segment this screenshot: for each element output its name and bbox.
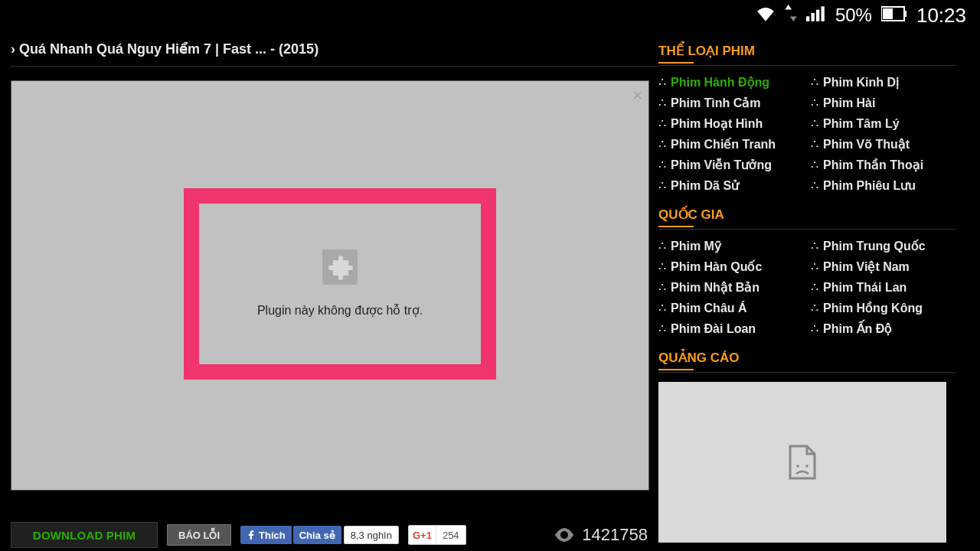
video-player[interactable]: × Plugin này không được hỗ trợ. xyxy=(11,80,649,491)
sidebar-item-country[interactable]: ∴Phim Việt Nam xyxy=(811,259,956,274)
svg-rect-5 xyxy=(904,11,906,17)
heading-underline xyxy=(658,226,694,227)
svg-point-8 xyxy=(796,465,799,468)
wifi-icon xyxy=(756,5,776,26)
eye-icon xyxy=(554,528,574,542)
battery-icon xyxy=(881,5,907,26)
close-icon[interactable]: × xyxy=(632,86,642,106)
data-up-down-icon xyxy=(785,5,797,26)
svg-rect-2 xyxy=(816,10,819,21)
breadcrumb[interactable]: › Quá Nhanh Quá Nguy Hiểm 7 | Fast ... -… xyxy=(11,41,658,58)
ad-placeholder xyxy=(658,382,946,543)
sidebar-item-genre[interactable]: ∴Phim Tình Cảm xyxy=(658,96,803,110)
broken-image-icon xyxy=(787,445,818,480)
svg-rect-6 xyxy=(883,8,893,19)
sidebar-item-country[interactable]: ∴Phim Hàn Quốc xyxy=(658,259,803,274)
sidebar-item-country[interactable]: ∴Phim Thái Lan xyxy=(811,280,956,295)
puzzle-icon xyxy=(322,249,358,285)
sidebar-item-genre[interactable]: ∴Phim Võ Thuật xyxy=(811,137,956,152)
svg-rect-0 xyxy=(806,16,809,21)
countries-heading: QUỐC GIA xyxy=(658,207,956,223)
sidebar-item-country[interactable]: ∴Phim Nhật Bản xyxy=(658,280,803,295)
report-error-button[interactable]: BÁO LỖI xyxy=(167,524,231,546)
heading-underline xyxy=(658,62,694,64)
country-list: ∴Phim Mỹ∴Phim Trung Quốc∴Phim Hàn Quốc∴P… xyxy=(658,239,956,336)
sidebar-item-country[interactable]: ∴Phim Mỹ xyxy=(658,239,803,253)
plugin-error-box: Plugin này không được hỗ trợ. xyxy=(184,188,496,380)
sidebar-item-genre[interactable]: ∴Phim Hoạt Hình xyxy=(658,116,803,131)
sidebar-item-genre[interactable]: ∴Phim Hài xyxy=(811,96,956,110)
sidebar-item-country[interactable]: ∴Phim Ấn Độ xyxy=(811,321,956,336)
sidebar-item-genre[interactable]: ∴Phim Thần Thoại xyxy=(811,158,956,172)
content-column: › Quá Nhanh Quá Nguy Hiểm 7 | Fast ... -… xyxy=(0,31,658,551)
signal-icon xyxy=(806,5,826,26)
sidebar-item-genre[interactable]: ∴Phim Chiến Tranh xyxy=(658,137,803,152)
divider xyxy=(11,66,658,67)
battery-percent: 50% xyxy=(835,5,872,26)
sidebar-item-country[interactable]: ∴Phim Châu Á xyxy=(658,301,803,315)
facebook-like-button[interactable]: Thích xyxy=(240,526,292,544)
heading-underline xyxy=(658,369,694,370)
gplus-count: 254 xyxy=(436,530,466,541)
sidebar-item-genre[interactable]: ∴Phim Viễn Tưởng xyxy=(658,158,803,172)
sidebar-item-country[interactable]: ∴Phim Đài Loan xyxy=(658,321,803,336)
divider xyxy=(658,65,956,66)
divider xyxy=(658,229,956,230)
facebook-like-count: 8,3 nghìn xyxy=(344,526,399,544)
gplus-badge: G+1 xyxy=(409,526,436,544)
download-button[interactable]: DOWNLOAD PHIM xyxy=(11,522,158,548)
sidebar-item-genre[interactable]: ∴Phim Phiêu Lưu xyxy=(811,178,956,193)
status-bar: 50% 10:23 xyxy=(0,0,980,31)
sidebar-item-genre[interactable]: ∴Phim Hành Động xyxy=(658,75,803,90)
facebook-share-button[interactable]: Chia sẻ xyxy=(293,526,341,544)
clock: 10:23 xyxy=(916,4,966,28)
sidebar-item-country[interactable]: ∴Phim Hồng Kông xyxy=(811,301,956,315)
svg-point-9 xyxy=(805,465,808,468)
facebook-icon xyxy=(247,530,256,540)
sidebar-item-country[interactable]: ∴Phim Trung Quốc xyxy=(811,239,956,253)
divider xyxy=(658,372,956,373)
svg-rect-3 xyxy=(821,6,824,21)
sidebar-item-genre[interactable]: ∴Phim Dã Sử xyxy=(658,178,803,193)
ads-heading: QUẢNG CÁO xyxy=(658,350,956,366)
breadcrumb-caret: › xyxy=(11,41,15,57)
google-plus-widget[interactable]: G+1 254 xyxy=(408,525,466,545)
page-title: Quá Nhanh Quá Nguy Hiểm 7 | Fast ... - (… xyxy=(19,41,318,57)
view-count: 1421758 xyxy=(554,525,648,545)
sidebar: THỂ LOẠI PHIM ∴Phim Hành Động∴Phim Kinh … xyxy=(658,31,969,551)
sidebar-item-genre[interactable]: ∴Phim Kinh Dị xyxy=(811,75,956,90)
genre-list: ∴Phim Hành Động∴Phim Kinh Dị∴Phim Tình C… xyxy=(658,75,956,193)
plugin-error-text: Plugin này không được hỗ trợ. xyxy=(257,303,423,318)
sidebar-item-genre[interactable]: ∴Phim Tâm Lý xyxy=(811,116,956,131)
facebook-widget: Thích Chia sẻ 8,3 nghìn xyxy=(240,526,399,544)
svg-rect-1 xyxy=(811,13,814,21)
action-bar: DOWNLOAD PHIM BÁO LỖI Thích Chia sẻ 8,3 … xyxy=(11,522,648,548)
genres-heading: THỂ LOẠI PHIM xyxy=(658,43,956,59)
